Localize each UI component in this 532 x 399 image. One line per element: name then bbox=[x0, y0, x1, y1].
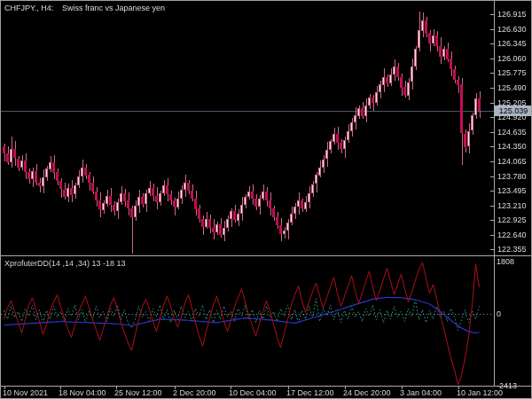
current-price-badge: 125.039 bbox=[494, 106, 532, 116]
price-axis-label: 123.780 bbox=[497, 172, 527, 181]
indicator-scale-zero: 0 bbox=[497, 309, 501, 318]
date-axis-label: 2 Dec 20:00 bbox=[173, 388, 216, 397]
symbol-description: Swiss franc vs Japanese yen bbox=[62, 4, 165, 12]
symbol-period-label: CHFJPY., H4: bbox=[4, 4, 53, 12]
price-axis-label: 122.925 bbox=[497, 215, 527, 224]
price-axis-label: 123.210 bbox=[497, 201, 527, 210]
price-axis-label: 124.065 bbox=[497, 157, 527, 166]
date-axis-label: 18 Nov 04:00 bbox=[59, 388, 106, 397]
price-axis-label: 125.775 bbox=[497, 68, 527, 77]
price-axis-label: 124.635 bbox=[497, 128, 527, 137]
price-axis-label: 122.355 bbox=[497, 245, 527, 254]
chart-canvas[interactable] bbox=[1, 1, 532, 399]
date-axis-label: 10 Dec 04:00 bbox=[229, 388, 277, 397]
date-axis-label: 3 Jan 04:00 bbox=[400, 388, 442, 397]
mt5-chart-window: CHFJPY., H4: Swiss franc vs Japanese yen… bbox=[0, 0, 532, 399]
price-axis-label: 126.630 bbox=[497, 25, 527, 34]
date-axis-label: 10 Jan 12:00 bbox=[457, 388, 503, 397]
price-axis-label: 122.640 bbox=[497, 231, 527, 239]
date-axis-label: 17 Dec 12:00 bbox=[286, 388, 334, 397]
price-axis-label: 126.345 bbox=[497, 39, 527, 48]
price-axis-label: 125.490 bbox=[497, 83, 527, 92]
price-axis-label: 126.915 bbox=[497, 10, 527, 19]
price-axis-label: 123.495 bbox=[497, 186, 527, 195]
date-axis-label: 10 Nov 2021 bbox=[3, 388, 48, 397]
date-axis-label: 24 Dec 20:00 bbox=[343, 388, 391, 397]
indicator-scale-max: 1808 bbox=[497, 257, 514, 266]
chart-title: CHFJPY., H4: Swiss franc vs Japanese yen bbox=[4, 4, 165, 12]
indicator-label: XprofuterDD(14 ,14 ,34) 13 -18 13 bbox=[4, 259, 126, 268]
price-axis-label: 124.350 bbox=[497, 142, 527, 151]
price-axis-label: 126.060 bbox=[497, 54, 527, 63]
date-axis-label: 25 Nov 12:00 bbox=[114, 388, 162, 397]
